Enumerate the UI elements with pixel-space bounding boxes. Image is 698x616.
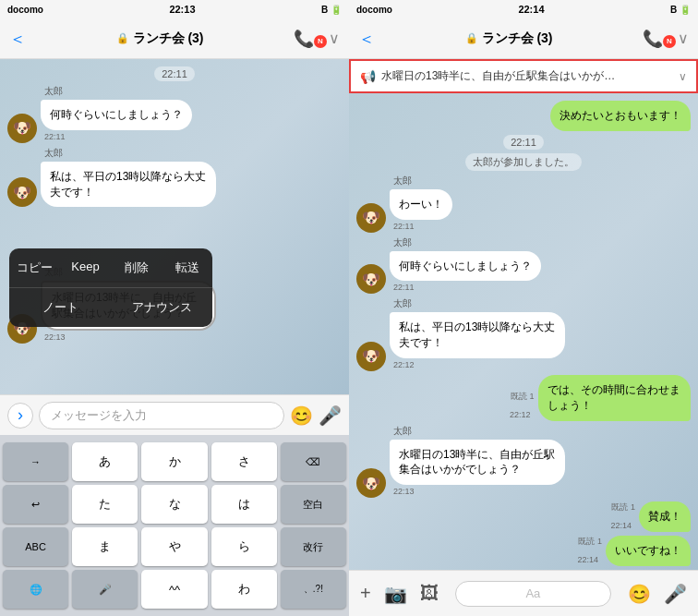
right-msg-5-inner: 既読 1 22:12 では、その時間に合わせましょう！ [506, 375, 691, 421]
key-wa[interactable]: わ [211, 570, 277, 609]
right-back-button[interactable]: ＜ [358, 28, 375, 50]
toolbar-image-icon[interactable]: 🖼 [420, 583, 439, 604]
right-time-3: 22:11 [393, 283, 415, 292]
right-bubble-6: 水曜日の13時半に、自由が丘駅集合はいかがでしょう？ [390, 440, 565, 486]
left-chat-header: ＜ 🔒 ランチ会 (3) 📞 ∨ [0, 18, 349, 59]
right-avatar-2: 🐶 [356, 264, 386, 294]
left-chevron-icon[interactable]: ∨ [329, 30, 340, 47]
key-ya[interactable]: や [141, 527, 207, 566]
left-carrier: docomo [7, 5, 43, 15]
right-bubble-8: いいですね！ [606, 536, 691, 566]
toolbar-aa-input[interactable]: Aa [455, 581, 611, 607]
left-bubble-1: 何時ぐらいにしましょう？ [41, 100, 192, 130]
left-back-button[interactable]: ＜ [9, 28, 26, 50]
right-sender-1: 太郎 [390, 175, 412, 187]
right-msg-wrapper-3: 太郎 何時ぐらいにしましょう？ 22:11 [390, 236, 541, 295]
right-msg-wrapper-5: 既読 1 22:12 では、その時間に合わせましょう！ [506, 375, 691, 421]
announce-icon: 📢 [360, 69, 376, 84]
key-return-arrow[interactable]: ↩ [3, 485, 68, 524]
left-header-actions: 📞 ∨ [294, 29, 340, 49]
key-space[interactable]: 空白 [281, 485, 346, 524]
right-msg-wrapper-7: 既読 1 22:14 賛成！ [607, 501, 691, 532]
right-avatar-4: 🐶 [356, 468, 386, 498]
left-expand-button[interactable]: › [7, 403, 33, 429]
keyboard-row-4: 🌐 🎤 ^^ わ 、.?! [3, 570, 346, 609]
right-msg-7-inner: 既読 1 22:14 賛成！ [607, 501, 691, 532]
right-msg-row-4: 🐶 太郎 私は、平日の13時以降なら大丈夫です！ 22:12 [356, 297, 691, 371]
right-carrier: docomo [356, 5, 392, 15]
left-msg-row-2: 🐶 太郎 私は、平日の13時以降なら大丈夫です！ [7, 147, 342, 208]
right-chat-header: ＜ 🔒 ランチ会 (3) 📞 ∨ [349, 18, 698, 59]
right-bubble-1: 決めたいとおもいます！ [550, 101, 691, 131]
right-msg-wrapper-8: 既読 1 22:14 いいですね！ [573, 536, 691, 566]
left-avatar-1: 🐶 [7, 114, 37, 143]
toolbar-camera-icon[interactable]: 📷 [384, 583, 407, 605]
left-timestamp-1: 22:11 [7, 66, 342, 81]
right-call-button[interactable]: 📞 [643, 29, 663, 49]
right-time-6: 22:13 [393, 487, 415, 496]
right-time: 22:14 [518, 4, 544, 15]
left-msg-wrapper-2: 太郎 私は、平日の13時以降なら大丈夫です！ [41, 147, 216, 208]
key-caret[interactable]: ^^ [141, 570, 207, 609]
key-delete[interactable]: ⌫ [281, 442, 346, 481]
left-message-input[interactable]: メッセージを入力 [39, 402, 284, 429]
key-ma[interactable]: ま [72, 527, 138, 566]
context-forward[interactable]: 転送 [162, 248, 212, 287]
left-panel: docomo 22:13 B 🔋 ＜ 🔒 ランチ会 (3) 📞 ∨ 22:11 … [0, 0, 349, 616]
right-msg-8-inner: 既読 1 22:14 いいですね！ [573, 536, 691, 566]
toolbar-plus-icon[interactable]: + [360, 583, 371, 604]
key-kaigyou[interactable]: 改行 [281, 527, 346, 566]
toolbar-emoji-icon[interactable]: 😊 [628, 583, 651, 605]
keyboard-row-3: ABC ま や ら 改行 [3, 527, 346, 566]
right-bubble-7: 賛成！ [639, 501, 691, 532]
left-call-button[interactable]: 📞 [294, 29, 314, 49]
right-msg-row-7: 既読 1 22:14 賛成！ [356, 501, 691, 532]
key-a[interactable]: あ [72, 442, 138, 481]
left-emoji-button[interactable]: 😊 [290, 405, 313, 427]
right-header-actions: 📞 ∨ [643, 29, 689, 49]
key-mic-kbd[interactable]: 🎤 [72, 570, 138, 609]
context-announce[interactable]: アナウンス [111, 288, 212, 327]
toolbar-mic-icon[interactable]: 🎤 [664, 583, 687, 605]
key-ha[interactable]: は [211, 485, 277, 524]
key-globe[interactable]: 🌐 [3, 570, 68, 609]
left-time-3: 22:13 [44, 332, 66, 342]
left-mic-button[interactable]: 🎤 [319, 405, 342, 427]
context-keep[interactable]: Keep [60, 248, 111, 287]
announce-chevron-icon[interactable]: ∨ [679, 70, 687, 83]
right-bubble-2: わーい！ [390, 189, 452, 220]
key-ka[interactable]: か [141, 442, 207, 481]
key-abc[interactable]: ABC [3, 527, 68, 566]
right-lock-icon: 🔒 [465, 32, 478, 44]
right-panel: docomo 22:14 B 🔋 ＜ 🔒 ランチ会 (3) 📞 ∨ 📢 水曜日の… [349, 0, 698, 616]
context-menu: コピー Keep 削除 転送 ノート アナウンス [9, 248, 212, 327]
key-sa[interactable]: さ [211, 442, 277, 481]
right-header-center: 🔒 ランチ会 (3) [465, 30, 553, 47]
right-msg-row-2: 🐶 太郎 わーい！ 22:11 [356, 175, 691, 233]
right-read-8: 既読 1 22:14 [573, 536, 602, 566]
left-chat-area: 22:11 🐶 太郎 何時ぐらいにしましょう？ 22:11 🐶 太郎 私は、平日… [0, 59, 349, 394]
context-delete[interactable]: 削除 [111, 248, 162, 287]
announce-text: 水曜日の13時半に、自由が丘駅集合はいかが… [381, 68, 673, 84]
announce-bar[interactable]: 📢 水曜日の13時半に、自由が丘駅集合はいかが… ∨ [349, 59, 698, 93]
left-input-area: › メッセージを入力 😊 🎤 [0, 394, 349, 435]
left-lock-icon: 🔒 [116, 32, 129, 44]
left-msg-row-1: 🐶 太郎 何時ぐらいにしましょう？ 22:11 [7, 85, 342, 143]
key-ta[interactable]: た [72, 485, 138, 524]
right-time-2: 22:11 [393, 222, 415, 231]
key-ra[interactable]: ら [211, 527, 277, 566]
right-time-4: 22:12 [393, 360, 415, 369]
key-arrow-right[interactable]: → [3, 442, 68, 481]
key-punct[interactable]: 、.?! [281, 570, 346, 609]
left-sender-1: 太郎 [41, 85, 63, 98]
context-copy[interactable]: コピー [9, 248, 60, 287]
right-chevron-icon[interactable]: ∨ [678, 30, 689, 47]
right-msg-row-3: 🐶 太郎 何時ぐらいにしましょう？ 22:11 [356, 236, 691, 295]
right-status-bar: docomo 22:14 B 🔋 [349, 0, 698, 18]
context-note[interactable]: ノート [9, 288, 111, 327]
key-na[interactable]: な [141, 485, 207, 524]
left-bubble-2: 私は、平日の13時以降なら大丈夫です！ [41, 162, 216, 208]
keyboard-row-2: ↩ た な は 空白 [3, 485, 346, 524]
left-sender-2: 太郎 [41, 147, 63, 160]
right-sender-4: 太郎 [390, 425, 412, 438]
